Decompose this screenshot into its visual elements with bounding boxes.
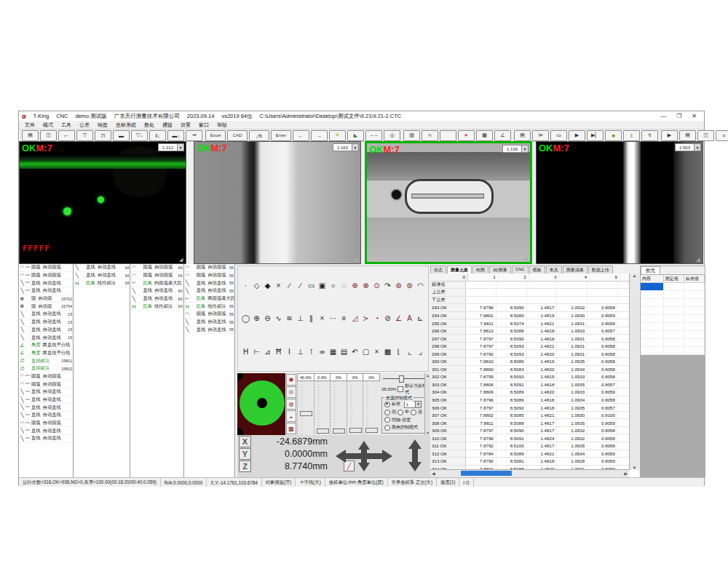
resize-grip-icon[interactable]: ◢ — [523, 255, 529, 261]
table-row[interactable]: 296 OK7.88138.50861.48181.09330.80571.09… — [430, 327, 629, 335]
stop-button[interactable]: ■ — [605, 130, 622, 141]
list-item[interactable]: ╲直线自动直线15 — [19, 334, 73, 342]
list-item[interactable]: ⊢距离内圆弧最大距 — [130, 279, 183, 287]
palette-tool-icon[interactable]: ◆ — [263, 281, 272, 290]
list-item[interactable]: ∅直径标注15801 — [19, 357, 73, 365]
palette-tool-icon[interactable]: × — [274, 281, 283, 290]
edge-down-button[interactable]: ▽↓ — [131, 130, 148, 141]
palette-tool-icon[interactable]: I — [285, 347, 294, 356]
minus-minus-button[interactable]: − − — [365, 130, 382, 141]
palette-tool-icon[interactable]: ∕ — [296, 281, 305, 290]
move-right-button[interactable]: → — [311, 130, 328, 141]
table-row[interactable]: 302 OK7.87998.50931.48151.09330.80581.09… — [430, 373, 629, 381]
list-item[interactable]: ∠角度两直线平分线 — [19, 350, 73, 358]
excel-export-button[interactable]: Excel — [205, 130, 226, 141]
menu-item-公差[interactable]: 公差 — [79, 121, 90, 129]
detail-row[interactable] — [641, 339, 705, 347]
gray-down-button[interactable]: ▬↓ — [167, 130, 184, 141]
table-row[interactable]: 301 OK7.88008.50831.48201.09340.80581.09… — [430, 366, 629, 374]
magnifier-button[interactable]: ◎ — [384, 130, 400, 141]
z-jog-arrows[interactable] — [408, 439, 422, 472]
palette-tool-icon[interactable]: ≋ — [285, 314, 294, 323]
list-item[interactable]: ◠圆弧自动圆弧55 — [184, 311, 234, 319]
palette-tool-icon[interactable]: ◇ — [252, 281, 261, 290]
palette-tool-icon[interactable]: ▢ — [361, 347, 371, 356]
palette-tool-icon[interactable]: ▣ — [317, 281, 327, 290]
list-item[interactable]: ◠圆弧自动圆弧55 — [184, 272, 234, 280]
table-row[interactable]: 307 OK7.88028.50851.48211.09300.81001.09… — [430, 412, 629, 420]
menu-item-设置[interactable]: 设置 — [181, 121, 191, 129]
tab-模板[interactable]: 模板 — [529, 266, 545, 274]
master-light-slider[interactable] — [383, 375, 425, 381]
slider-thumb[interactable] — [349, 428, 362, 433]
palette-tool-icon[interactable]: ⊥ — [296, 347, 305, 356]
palette-tool-icon[interactable]: · — [241, 281, 250, 290]
medium-radio[interactable] — [397, 410, 403, 415]
open-button[interactable]: ◫ — [40, 130, 57, 141]
star-button[interactable]: ∗ — [458, 130, 475, 141]
palette-tool-icon[interactable]: ⊜ — [405, 281, 414, 290]
play-aux-button[interactable]: ▶ — [661, 130, 678, 141]
slider-thumb[interactable] — [399, 375, 404, 383]
list-item[interactable]: ◠***圆弧自动圆弧 — [19, 420, 73, 428]
palette-tool-icon[interactable]: ◔ — [372, 314, 381, 323]
blank-button[interactable] — [440, 130, 456, 141]
tab-3D测量[interactable]: 3D测量 — [489, 266, 511, 274]
edge-tool-button[interactable]: ▽ — [76, 130, 93, 141]
camera2-scale-select[interactable]: 1:162▼ — [333, 143, 359, 151]
palette-tool-icon[interactable]: ◠ — [416, 281, 425, 290]
list-item[interactable]: ╲直线自动直线66 — [130, 287, 183, 295]
detail-row[interactable] — [641, 331, 705, 339]
list-item[interactable]: ╲直线自动直线55 — [184, 279, 234, 287]
palette-tool-icon[interactable]: ⊕ — [252, 314, 261, 323]
focus-button[interactable]: ‖↓ — [149, 130, 166, 141]
sign-button[interactable]: ╱B — [249, 130, 269, 141]
color-mode-radio[interactable] — [384, 425, 390, 431]
chevron-down-icon[interactable]: ▼ — [694, 144, 700, 151]
probe-button[interactable]: ⌐· — [58, 130, 75, 141]
move-left-button[interactable]: ← — [293, 130, 309, 141]
detail-row[interactable] — [641, 299, 705, 307]
image-button[interactable]: ◣ — [347, 130, 364, 141]
list-item[interactable]: ◠***圆弧自动圆弧 — [19, 272, 73, 280]
slider-track[interactable] — [314, 381, 331, 435]
menu-item-数化[interactable]: 数化 — [144, 121, 154, 129]
tab-测量元素[interactable]: 测量元素 — [447, 266, 472, 274]
list-item[interactable]: ╲直线自动直线55 — [184, 327, 234, 335]
palette-tool-icon[interactable]: ⊘ — [383, 314, 392, 323]
palette-tool-icon[interactable]: ⊗ — [361, 281, 371, 290]
menu-item-工具[interactable]: 工具 — [61, 121, 71, 129]
resize-grip-icon[interactable]: ◢ — [354, 257, 360, 263]
palette-tool-icon[interactable]: ∞ — [317, 347, 327, 356]
list-item[interactable]: ╲***直线自动直线 — [19, 388, 73, 396]
menu-item-捕捉[interactable]: 捕捉 — [162, 121, 173, 129]
list-item[interactable]: ╲***直线自动直线 — [19, 427, 73, 435]
dither-button[interactable]: ▩ — [476, 130, 493, 141]
ring-light-button-5[interactable]: ▩ — [286, 423, 296, 434]
slider-track[interactable] — [347, 381, 363, 435]
element-tab[interactable]: 图元 — [641, 266, 660, 274]
palette-tool-icon[interactable]: ◌ — [339, 281, 349, 290]
camera-view-3[interactable]: OKM:7 1:136▼ ◢ — [365, 141, 532, 264]
list-item[interactable]: ∠角度两直线平分线 — [19, 342, 73, 350]
palette-tool-icon[interactable]: ⊢ — [252, 347, 261, 356]
palette-tool-icon[interactable]: ⊖ — [263, 314, 272, 323]
camera-view-4[interactable]: OKM:7 1:503▼ ◢ — [536, 141, 703, 264]
detail-row[interactable] — [641, 323, 705, 331]
palette-tool-icon[interactable]: ∥ — [306, 314, 316, 323]
camera4-scale-select[interactable]: 1:503▼ — [675, 143, 701, 151]
list-item[interactable]: ◠圆弧自动圆弧66 — [130, 264, 183, 272]
camera1-scale-select[interactable]: 1:212▼ — [158, 143, 184, 151]
save-button[interactable]: ▤ — [22, 130, 39, 141]
save-aux-button[interactable]: ▤ — [679, 130, 696, 141]
list-item[interactable]: H距离线性标注55 — [184, 303, 234, 311]
table-row[interactable]: 304 OK7.88098.50891.48201.09330.80591.09… — [430, 388, 629, 396]
list-item[interactable]: H距离线性标注66 — [130, 303, 183, 311]
gray-tool-button[interactable]: ▬ — [113, 130, 130, 141]
table-row[interactable]: 306 OK7.87978.50921.48181.09350.80571.09… — [430, 404, 629, 412]
camera-view-1[interactable]: OKM:7 FFFFF 1:212▼ ◢ — [19, 141, 186, 264]
default-mode-checkbox[interactable] — [397, 386, 403, 392]
palette-tool-icon[interactable]: ⊕ — [350, 281, 360, 290]
folder-button[interactable]: ▭ — [550, 130, 567, 141]
list-item[interactable]: ◠***圆弧自动圆弧 — [19, 373, 73, 381]
